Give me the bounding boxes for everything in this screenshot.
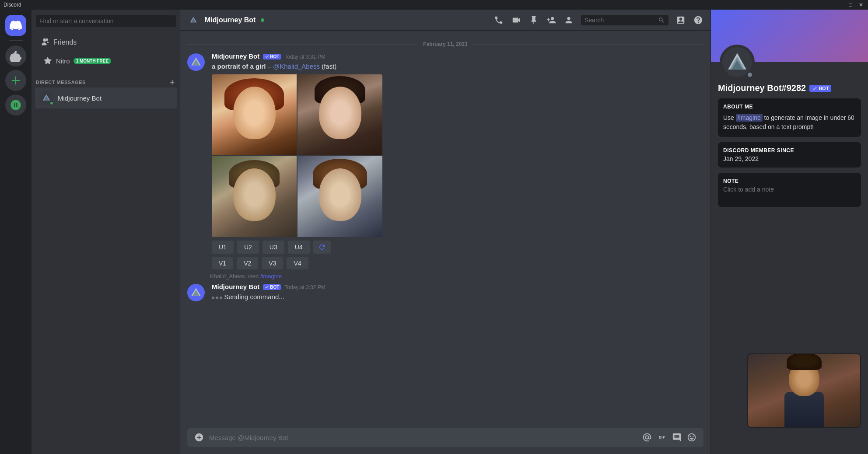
video-hair xyxy=(787,353,822,370)
u3-button[interactable]: U3 xyxy=(262,241,284,254)
system-msg-text: Khalid_Abess used /imagine xyxy=(210,273,282,279)
v3-button[interactable]: V3 xyxy=(262,257,283,269)
dm-name-midjourney: Midjourney Bot xyxy=(58,94,102,102)
note-input[interactable] xyxy=(723,186,856,200)
msg-author-2: Midjourney Bot xyxy=(212,283,259,290)
profile-checkmark-icon xyxy=(812,86,817,91)
friends-icon xyxy=(39,38,49,47)
titlebar: Discord — □ ✕ xyxy=(0,0,868,10)
slash-command-text: /imagine xyxy=(260,273,282,279)
add-server-button[interactable] xyxy=(5,70,26,91)
video-content xyxy=(748,354,860,427)
profile-avatar-icon xyxy=(726,51,748,73)
video-call-button[interactable] xyxy=(511,15,522,25)
server-icon-ai[interactable] xyxy=(5,45,26,66)
about-me-section: ABOUT ME Use /imagine to generate an ima… xyxy=(718,98,861,137)
friends-label: Friends xyxy=(53,38,77,46)
search-icon xyxy=(658,17,665,24)
checkmark-icon-2 xyxy=(265,285,269,289)
profile-button[interactable] xyxy=(564,15,574,25)
dm-list: Midjourney Bot xyxy=(32,87,180,108)
emoji-icon xyxy=(687,433,696,442)
nitro-nav-item[interactable]: Nitro 1 MONTH FREE xyxy=(38,53,173,68)
topbar-search[interactable]: Search xyxy=(581,15,668,25)
member-since-section: DISCORD MEMBER SINCE Jan 29, 2022 xyxy=(718,142,861,168)
profile-username: Midjourney Bot#9282 xyxy=(718,83,806,93)
dm-search-input[interactable] xyxy=(36,15,176,27)
maximize-button[interactable]: □ xyxy=(847,1,854,8)
dot-2 xyxy=(216,297,218,299)
friends-nav-item[interactable]: Friends xyxy=(35,34,177,51)
messages-area[interactable]: February 11, 2023 Midjourney Bot xyxy=(180,31,710,428)
member-since-date: Jan 29, 2022 xyxy=(723,155,856,162)
add-attachment-button[interactable] xyxy=(192,428,206,447)
image-grid[interactable] xyxy=(212,74,382,237)
msg-text-1: a portrait of a girl – @Khalid_Abess (fa… xyxy=(212,62,704,71)
v2-button[interactable]: V2 xyxy=(237,257,258,269)
input-actions xyxy=(640,428,698,447)
msg-timestamp-1: Today at 3:31 PM xyxy=(284,54,325,60)
message-group-1: Midjourney Bot BOT Today at 3:31 PM a po… xyxy=(180,51,710,271)
sticker-button[interactable] xyxy=(670,428,683,447)
close-button[interactable]: ✕ xyxy=(858,1,864,8)
v4-button[interactable]: V4 xyxy=(287,257,308,269)
note-section: NOTE xyxy=(718,173,861,207)
member-since-title: DISCORD MEMBER SINCE xyxy=(723,147,856,154)
msg-author-1: Midjourney Bot xyxy=(212,52,259,60)
help-button[interactable] xyxy=(693,15,704,25)
mention-button[interactable] xyxy=(640,428,654,447)
direct-messages-label: DIRECT MESSAGES xyxy=(36,80,86,85)
about-me-title: ABOUT ME xyxy=(723,104,856,110)
msg-content-2: Midjourney Bot BOT Today at 3:32 PM xyxy=(212,283,704,301)
mention-icon xyxy=(642,433,652,442)
video-panel xyxy=(747,353,861,428)
dm-avatar-midjourney xyxy=(39,91,53,105)
profile-bot-badge: BOT xyxy=(809,85,831,92)
note-title: NOTE xyxy=(723,178,856,184)
dm-sidebar: Friends Nitro 1 MONTH FREE DIRECT MESSAG… xyxy=(32,10,180,454)
explore-servers-button[interactable] xyxy=(5,94,26,115)
topbar-online-indicator xyxy=(261,18,264,22)
v1-button[interactable]: V1 xyxy=(212,257,233,269)
sending-dots xyxy=(212,297,222,299)
portrait-image-1[interactable] xyxy=(212,74,297,155)
titlebar-controls: — □ ✕ xyxy=(836,1,864,8)
u2-button[interactable]: U2 xyxy=(237,241,259,254)
portrait-image-2[interactable] xyxy=(298,74,382,155)
main-content: Midjourney Bot xyxy=(180,10,710,454)
emoji-button[interactable] xyxy=(685,428,698,447)
checkmark-icon xyxy=(265,54,269,59)
u4-button[interactable]: U4 xyxy=(288,241,310,254)
inbox-button[interactable] xyxy=(676,15,686,25)
status-indicator xyxy=(49,101,54,105)
topbar-actions: Search xyxy=(494,15,704,25)
minimize-button[interactable]: — xyxy=(836,1,844,8)
add-member-button[interactable] xyxy=(546,15,556,25)
server-sidebar xyxy=(0,10,32,454)
refresh-icon xyxy=(318,243,326,251)
portrait-image-4[interactable] xyxy=(298,156,382,237)
message-group-2: Midjourney Bot BOT Today at 3:32 PM xyxy=(180,281,710,303)
gif-button[interactable] xyxy=(655,428,668,447)
message-input-field[interactable] xyxy=(209,428,637,447)
u1-button[interactable]: U1 xyxy=(212,241,234,254)
gif-icon xyxy=(657,433,667,442)
bot-badge-1: BOT xyxy=(263,54,281,59)
discord-home-button[interactable] xyxy=(5,15,26,36)
about-me-text: Use /imagine to generate an image in und… xyxy=(723,113,856,132)
message-input-container xyxy=(187,428,704,447)
refresh-button[interactable] xyxy=(313,241,331,254)
profile-body: Midjourney Bot#9282 BOT ABOUT ME Use /im… xyxy=(711,62,868,219)
video-person xyxy=(778,366,830,427)
add-dm-button[interactable]: + xyxy=(169,79,176,86)
call-button[interactable] xyxy=(494,15,504,25)
date-divider-text: February 11, 2023 xyxy=(423,41,467,47)
portrait-image-3[interactable] xyxy=(212,156,297,237)
dm-item-midjourney[interactable]: Midjourney Bot xyxy=(35,87,177,108)
msg-header-2: Midjourney Bot BOT Today at 3:32 PM xyxy=(212,283,704,290)
msg-text-2: Sending command... xyxy=(212,292,704,301)
message-input-bar xyxy=(180,428,710,454)
pin-button[interactable] xyxy=(528,15,539,25)
profile-avatar-container xyxy=(720,45,755,80)
msg-content-1: Midjourney Bot BOT Today at 3:31 PM a po… xyxy=(212,52,704,269)
